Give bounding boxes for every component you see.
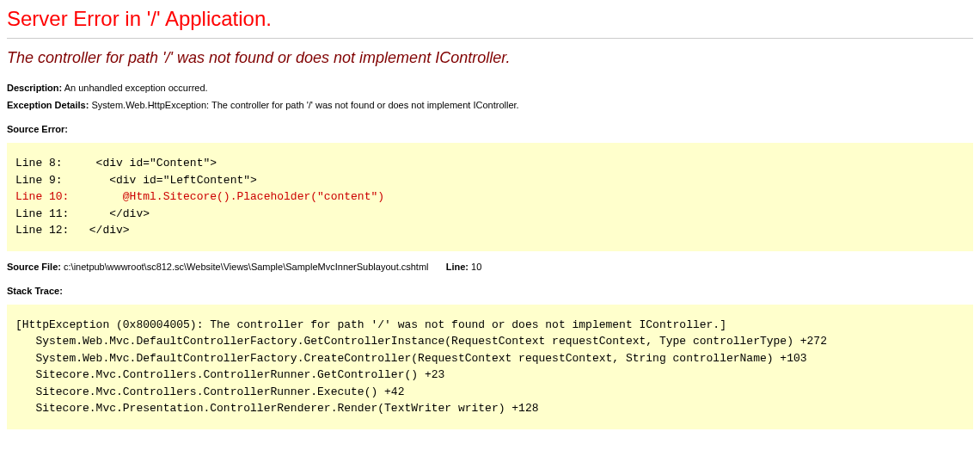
- source-code-line: Line 8: <div id="Content">: [15, 155, 965, 172]
- source-code-line: Line 10: @Html.Sitecore().Placeholder("c…: [15, 188, 965, 206]
- stack-trace-label: Stack Trace:: [7, 286, 973, 296]
- error-subtitle: The controller for path '/' was not foun…: [7, 49, 973, 67]
- source-file-path: c:\inetpub\wwwroot\sc812.sc\Website\View…: [64, 262, 429, 272]
- description-label: Description:: [7, 83, 62, 93]
- source-code-line: Line 9: <div id="LeftContent">: [15, 172, 965, 189]
- error-title: Server Error in '/' Application.: [7, 7, 973, 31]
- exception-details-text: System.Web.HttpException: The controller…: [91, 100, 518, 110]
- source-code-line: Line 11: </div>: [15, 206, 965, 223]
- description-text: An unhandled exception occurred.: [64, 83, 208, 93]
- exception-details-label: Exception Details:: [7, 100, 89, 110]
- source-file-line-label: Line:: [446, 262, 469, 272]
- divider: [7, 38, 973, 39]
- source-error-label: Source Error:: [7, 124, 973, 134]
- stack-trace-block: [HttpException (0x80004005): The control…: [7, 305, 973, 429]
- description-line: Description: An unhandled exception occu…: [7, 83, 973, 93]
- source-file-label: Source File:: [7, 262, 61, 272]
- exception-details-line: Exception Details: System.Web.HttpExcept…: [7, 100, 973, 110]
- source-file-line-number: 10: [471, 262, 481, 272]
- source-file-line: Source File: c:\inetpub\wwwroot\sc812.sc…: [7, 262, 973, 272]
- source-code-line: Line 12: </div>: [15, 222, 965, 239]
- source-error-block: Line 8: <div id="Content">Line 9: <div i…: [7, 143, 973, 251]
